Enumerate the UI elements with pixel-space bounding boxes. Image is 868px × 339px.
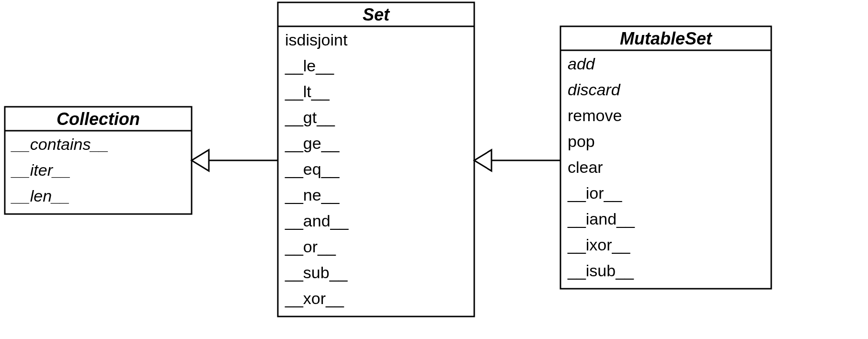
class-title-mutableset: MutableSet [620, 29, 713, 48]
class-collection: Collection__contains____iter____len__ [5, 107, 192, 214]
method-mutableset-__ixor__: __ixor__ [567, 236, 631, 254]
method-mutableset-pop: pop [568, 132, 595, 150]
method-mutableset-discard: discard [568, 80, 621, 99]
class-set: Setisdisjoint__le____lt____gt____ge____e… [278, 2, 474, 316]
method-collection-__len__: __len__ [11, 187, 70, 205]
method-mutableset-add: add [568, 55, 595, 73]
class-mutableset: MutableSetadddiscardremovepopclear__ior_… [560, 26, 771, 289]
method-set-__eq__: __eq__ [285, 160, 340, 178]
uml-diagram: Collection__contains____iter____len__Set… [0, 0, 868, 339]
method-set-__lt__: __lt__ [285, 82, 330, 101]
method-mutableset-clear: clear [568, 158, 603, 176]
method-set-__gt__: __gt__ [285, 108, 335, 126]
method-set-__ge__: __ge__ [285, 134, 340, 152]
inheritance-arrow-set-to-collection [192, 150, 278, 171]
method-mutableset-__ior__: __ior__ [567, 184, 623, 202]
method-set-__xor__: __xor__ [285, 289, 344, 307]
inheritance-arrow-mutableset-to-set [474, 150, 560, 171]
method-collection-__iter__: __iter__ [11, 161, 71, 179]
class-title-collection: Collection [57, 109, 140, 129]
triangle-arrowhead-icon [192, 150, 209, 171]
method-mutableset-__iand__: __iand__ [567, 210, 635, 228]
method-mutableset-__isub__: __isub__ [567, 261, 634, 280]
method-set-__ne__: __ne__ [285, 186, 340, 204]
triangle-arrowhead-icon [474, 150, 491, 171]
method-set-isdisjoint: isdisjoint [285, 31, 348, 49]
method-set-__or__: __or__ [285, 237, 336, 256]
class-title-set: Set [363, 5, 390, 24]
method-set-__and__: __and__ [285, 212, 349, 230]
method-set-__le__: __le__ [285, 56, 334, 75]
method-mutableset-remove: remove [568, 106, 622, 124]
method-set-__sub__: __sub__ [285, 263, 348, 282]
method-collection-__contains__: __contains__ [11, 135, 109, 153]
